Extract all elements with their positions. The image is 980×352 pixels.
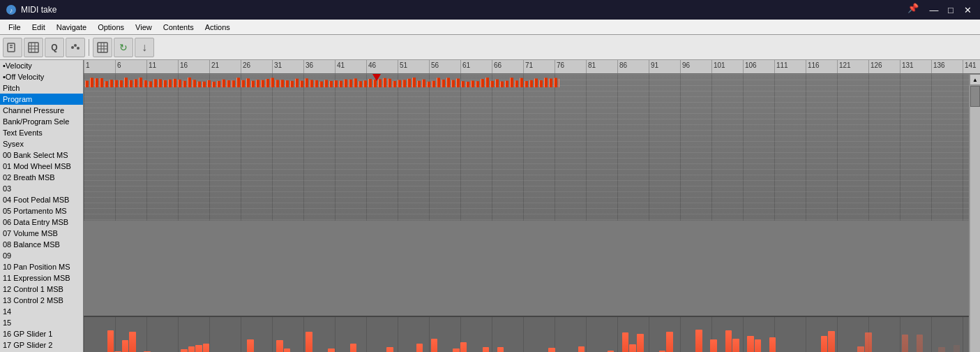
sidebar-item[interactable]: 12 Control 1 MSB xyxy=(0,284,83,295)
velocity-bar[interactable] xyxy=(195,345,202,352)
velocity-bar[interactable] xyxy=(865,332,872,352)
sidebar-item[interactable]: Text Events xyxy=(0,127,83,138)
velocity-bar[interactable] xyxy=(386,347,393,352)
menu-contents[interactable]: Contents xyxy=(158,20,199,34)
velocity-bar[interactable] xyxy=(247,339,254,352)
menu-actions[interactable]: Actions xyxy=(199,20,236,34)
velocity-bar[interactable] xyxy=(460,342,467,352)
velocity-bar[interactable] xyxy=(306,332,312,352)
grid-content[interactable]: ▲ ▼ + − xyxy=(84,74,980,352)
sidebar-item[interactable]: 08 Balance MSB xyxy=(0,239,83,250)
close-button[interactable]: ✕ xyxy=(960,3,974,17)
sidebar-item[interactable]: 01 Mod Wheel MSB xyxy=(0,161,83,172)
sidebar-item[interactable]: 13 Control 2 MSB xyxy=(0,295,83,306)
right-scrollbar[interactable]: ▲ ▼ + − xyxy=(969,74,980,352)
ruler-label: 101 xyxy=(712,60,725,69)
sidebar-item[interactable]: 02 Breath MSB xyxy=(0,172,83,183)
ruler-label: 36 xyxy=(304,60,313,69)
velocity-bar[interactable] xyxy=(328,349,335,352)
velocity-bar[interactable] xyxy=(710,339,717,352)
velocity-bar[interactable] xyxy=(769,337,776,352)
menu-edit[interactable]: Edit xyxy=(27,20,51,34)
velocity-bar[interactable] xyxy=(416,344,423,352)
mute-toggle-button[interactable]: ↓ xyxy=(135,38,154,57)
sidebar-item[interactable]: 00 Bank Select MS xyxy=(0,149,83,161)
velocity-bar[interactable] xyxy=(431,339,438,352)
velocity-bar[interactable] xyxy=(107,330,114,352)
sidebar-item[interactable]: 10 Pan Position MS xyxy=(0,261,83,272)
velocity-bar[interactable] xyxy=(828,331,835,352)
ruler-mark: 91 xyxy=(649,60,680,73)
ruler-mark: 136 xyxy=(931,60,963,73)
sidebar-item[interactable]: 17 GP Slider 2 xyxy=(0,339,83,351)
sidebar-item[interactable]: 09 xyxy=(0,250,83,261)
velocity-bar[interactable] xyxy=(181,349,188,352)
ruler-mark: 111 xyxy=(774,60,806,73)
velocity-bar[interactable] xyxy=(203,344,210,352)
sidebar-item[interactable]: Channel Pressure xyxy=(0,105,83,116)
velocity-bar[interactable] xyxy=(284,349,291,352)
maximize-button[interactable]: □ xyxy=(944,3,958,17)
loop-toggle-button[interactable]: ↻ xyxy=(114,38,133,57)
ruler-label: 56 xyxy=(430,60,439,69)
velocity-bar[interactable] xyxy=(188,346,195,352)
sidebar-item[interactable]: 15 xyxy=(0,317,83,328)
sidebar-scroll[interactable]: •Velocity•Off VelocityPitchProgramChanne… xyxy=(0,60,83,352)
velocity-bar[interactable] xyxy=(129,332,136,352)
list-mode-button[interactable] xyxy=(24,38,43,57)
velocity-bar[interactable] xyxy=(747,336,754,352)
pin-icon[interactable]: 📌 xyxy=(907,3,919,17)
scroll-up-arrow[interactable]: ▲ xyxy=(970,74,980,85)
velocity-bar[interactable] xyxy=(725,330,732,352)
velocity-bar[interactable] xyxy=(453,349,460,352)
velocity-bar[interactable] xyxy=(629,344,636,352)
velocity-bar[interactable] xyxy=(938,347,945,352)
sidebar-item[interactable]: 16 GP Slider 1 xyxy=(0,328,83,339)
velocity-bar[interactable] xyxy=(483,347,490,352)
velocity-bar[interactable] xyxy=(497,347,504,352)
velocity-bar[interactable] xyxy=(695,330,702,352)
menu-file[interactable]: File xyxy=(3,20,27,34)
grid-toggle-button[interactable] xyxy=(93,38,112,57)
menu-view[interactable]: View xyxy=(130,20,158,34)
draw-mode-button[interactable] xyxy=(3,38,22,57)
menu-options[interactable]: Options xyxy=(92,20,130,34)
sidebar-item[interactable]: Bank/Program Sele xyxy=(0,116,83,127)
sidebar-item[interactable]: Program xyxy=(0,94,83,105)
ruler-mark: 56 xyxy=(429,60,460,73)
velocity-bar[interactable] xyxy=(276,340,283,352)
sidebar-item[interactable]: Pitch xyxy=(0,82,83,94)
sidebar-item[interactable]: 14 xyxy=(0,306,83,317)
sidebar-item[interactable]: 11 Expression MSB xyxy=(0,272,83,284)
velocity-bar[interactable] xyxy=(350,344,357,352)
sidebar-item[interactable]: 06 Data Entry MSB xyxy=(0,217,83,228)
ruler-label: 41 xyxy=(336,60,345,69)
velocity-bar[interactable] xyxy=(622,332,629,352)
velocity-bar[interactable] xyxy=(548,348,555,352)
velocity-bar[interactable] xyxy=(857,346,864,352)
scroll-thumb[interactable] xyxy=(970,86,980,107)
sidebar-item[interactable]: Sysex xyxy=(0,138,83,149)
velocity-bar[interactable] xyxy=(821,336,828,352)
sidebar-item[interactable]: •Off Velocity xyxy=(0,71,83,82)
humanize-button[interactable] xyxy=(66,38,85,57)
sidebar-item[interactable]: 03 xyxy=(0,183,83,194)
velocity-bar[interactable] xyxy=(917,335,924,352)
ruler-label: 61 xyxy=(461,60,470,69)
velocity-bar[interactable] xyxy=(953,345,960,352)
velocity-bar[interactable] xyxy=(666,332,673,352)
velocity-bar[interactable] xyxy=(637,334,644,352)
sidebar-item[interactable]: 04 Foot Pedal MSB xyxy=(0,194,83,205)
scroll-track[interactable] xyxy=(970,85,980,352)
velocity-bar[interactable] xyxy=(122,340,129,352)
menu-navigate[interactable]: Navigate xyxy=(51,20,92,34)
velocity-bar[interactable] xyxy=(578,346,585,352)
sidebar-item[interactable]: •Velocity xyxy=(0,60,83,71)
minimize-button[interactable]: — xyxy=(927,3,941,17)
quantize-button[interactable]: Q xyxy=(45,38,64,57)
velocity-bar[interactable] xyxy=(755,339,762,352)
velocity-bar[interactable] xyxy=(732,339,739,352)
sidebar-item[interactable]: 05 Portamento MS xyxy=(0,205,83,217)
sidebar-item[interactable]: 07 Volume MSB xyxy=(0,228,83,239)
velocity-bar[interactable] xyxy=(902,335,909,352)
